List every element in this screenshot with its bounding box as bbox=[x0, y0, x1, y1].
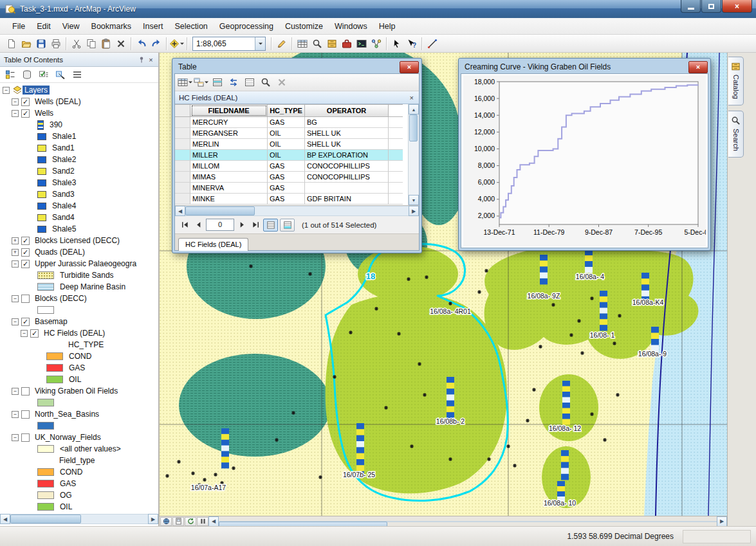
toc-item[interactable]: Turbidite Sands bbox=[0, 269, 158, 281]
new-document-button[interactable] bbox=[4, 36, 19, 51]
layer-checkbox[interactable] bbox=[21, 410, 30, 419]
scroll-track[interactable] bbox=[185, 206, 409, 216]
well-column-segment[interactable] bbox=[600, 319, 607, 325]
well-column-segment[interactable] bbox=[562, 392, 570, 397]
toc-item[interactable]: 390 bbox=[0, 119, 158, 131]
table-options-button[interactable] bbox=[178, 75, 192, 90]
catalog-window-button[interactable] bbox=[324, 36, 339, 51]
row-selector[interactable] bbox=[175, 128, 190, 139]
table-row[interactable]: MINERVAGAS bbox=[175, 183, 419, 194]
well-column-segment[interactable] bbox=[540, 273, 548, 279]
toc-item[interactable]: −✓Wells bbox=[0, 107, 158, 119]
toc-item[interactable]: +✓Quads (DEAL) bbox=[0, 246, 158, 258]
delete-button[interactable] bbox=[113, 36, 128, 51]
clear-selection-button[interactable] bbox=[242, 75, 257, 90]
expander-minus-icon[interactable]: − bbox=[12, 295, 19, 302]
well-column-segment[interactable] bbox=[641, 273, 649, 279]
scale-dropdown-button[interactable] bbox=[255, 37, 265, 50]
toc-item[interactable]: Shale4 bbox=[0, 200, 158, 212]
toc-item[interactable]: Sand3 bbox=[0, 188, 158, 200]
well-column-segment[interactable] bbox=[641, 278, 649, 285]
well-column-segment[interactable] bbox=[540, 278, 548, 285]
well-column-segment[interactable] bbox=[540, 255, 548, 261]
map-scale-value[interactable]: 1:88,065 bbox=[193, 39, 255, 48]
wellbar-symbol[interactable] bbox=[37, 120, 44, 130]
column-header-hc_type[interactable]: HC_TYPE bbox=[268, 104, 305, 117]
toc-item[interactable]: OIL bbox=[0, 501, 158, 513]
well-column-segment[interactable] bbox=[356, 453, 364, 460]
table-window[interactable]: Table × HC Fields (DEAL) × FIELDNAMEHC_T… bbox=[172, 58, 422, 253]
swatch-symbol[interactable] bbox=[37, 480, 54, 487]
scroll-right-arrow[interactable]: ▶ bbox=[409, 206, 419, 216]
well-column-segment[interactable] bbox=[557, 486, 565, 491]
row-selector[interactable] bbox=[175, 161, 190, 172]
dock-tab-catalog[interactable]: Catalog bbox=[728, 57, 744, 105]
layer-checkbox[interactable]: ✓ bbox=[30, 329, 39, 338]
toc-item[interactable]: −UK_Norway_Fields bbox=[0, 432, 158, 443]
well-column-segment[interactable] bbox=[585, 255, 593, 261]
copy-button[interactable] bbox=[84, 36, 98, 51]
chart-window-close-button[interactable]: × bbox=[688, 61, 708, 73]
delete-selected-button[interactable] bbox=[274, 75, 289, 90]
well-column-segment[interactable] bbox=[561, 450, 569, 457]
well-column-segment[interactable] bbox=[356, 435, 364, 442]
table-window-titlebar[interactable]: Table × bbox=[174, 60, 419, 73]
well-column-segment[interactable] bbox=[641, 291, 649, 297]
well-column-segment[interactable] bbox=[540, 260, 548, 267]
toc-item[interactable]: −North_Sea_Basins bbox=[0, 408, 158, 420]
related-tables-caret[interactable] bbox=[204, 80, 209, 85]
scroll-up-arrow[interactable]: ▲ bbox=[409, 104, 419, 114]
expander-minus-icon[interactable]: − bbox=[21, 330, 28, 337]
map-scroll-right-arrow[interactable]: ▶ bbox=[717, 516, 727, 527]
well-column-segment[interactable] bbox=[641, 284, 649, 291]
show-selected-records-button[interactable] bbox=[280, 219, 295, 232]
maximize-button[interactable] bbox=[701, 0, 721, 13]
layer-checkbox[interactable]: ✓ bbox=[21, 260, 30, 268]
row-selector[interactable] bbox=[175, 194, 190, 205]
layer-checkbox[interactable]: ✓ bbox=[21, 237, 30, 245]
swatch-symbol[interactable] bbox=[37, 491, 54, 499]
expander-minus-icon[interactable]: − bbox=[12, 98, 19, 105]
toc-item[interactable]: Shale3 bbox=[0, 177, 158, 188]
square-symbol[interactable] bbox=[37, 168, 46, 175]
list-by-source-button[interactable] bbox=[19, 68, 34, 82]
square-symbol[interactable] bbox=[37, 191, 46, 198]
toc-horizontal-scrollbar[interactable]: ◀ ▶ bbox=[0, 514, 158, 524]
list-by-selection-button[interactable] bbox=[53, 68, 68, 82]
well-column-segment[interactable] bbox=[561, 462, 569, 468]
square-symbol[interactable] bbox=[37, 214, 46, 221]
expander-minus-icon[interactable]: − bbox=[12, 434, 19, 441]
well-column-segment[interactable] bbox=[221, 440, 229, 446]
toc-item[interactable]: OG bbox=[0, 489, 158, 501]
highlight-selected-button[interactable] bbox=[210, 75, 225, 90]
row-selector[interactable] bbox=[175, 172, 190, 183]
scroll-thumb[interactable] bbox=[185, 206, 255, 215]
help-pointer-button[interactable]: ? bbox=[404, 36, 419, 51]
swatch-symbol[interactable] bbox=[37, 399, 54, 406]
toc-item[interactable]: −✓Wells (DEAL) bbox=[0, 96, 158, 107]
open-folder-button[interactable] bbox=[19, 36, 33, 51]
well-column-segment[interactable] bbox=[356, 459, 364, 466]
row-selector[interactable] bbox=[175, 117, 190, 128]
toc-item[interactable]: COND bbox=[0, 350, 158, 362]
refresh-view-button[interactable] bbox=[185, 517, 196, 526]
minimize-button[interactable] bbox=[681, 0, 701, 13]
well-column-segment[interactable] bbox=[221, 434, 229, 440]
toc-item[interactable]: <all other values> bbox=[0, 443, 158, 455]
last-record-button[interactable] bbox=[250, 219, 261, 231]
well-column-segment[interactable] bbox=[651, 339, 659, 345]
redo-button[interactable] bbox=[149, 36, 163, 51]
toc-item[interactable]: Shale5 bbox=[0, 223, 158, 235]
toc-item[interactable]: GAS bbox=[0, 362, 158, 374]
well-column-segment[interactable] bbox=[600, 296, 607, 302]
table-row[interactable]: MERLINOILSHELL UK bbox=[175, 139, 419, 150]
well-column-segment[interactable] bbox=[600, 325, 607, 331]
well-column-segment[interactable] bbox=[447, 383, 454, 389]
menu-insert[interactable]: Insert bbox=[137, 18, 169, 34]
well-column-segment[interactable] bbox=[221, 462, 229, 468]
well-column-segment[interactable] bbox=[562, 408, 570, 414]
scroll-thumb[interactable] bbox=[10, 514, 81, 523]
square-symbol[interactable] bbox=[37, 179, 46, 187]
zoom-to-selected-button[interactable] bbox=[258, 75, 273, 90]
layout-view-button[interactable] bbox=[172, 517, 184, 526]
